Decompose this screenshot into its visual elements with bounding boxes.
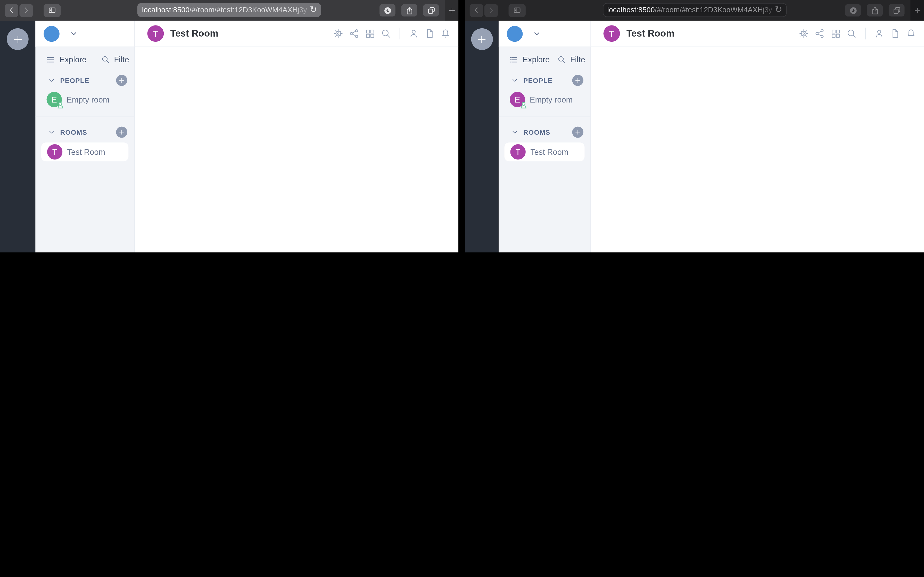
- room-list-item-test-room[interactable]: T Test Room: [504, 142, 585, 161]
- room-title: Test Room: [170, 28, 218, 39]
- room-avatar: T: [510, 144, 525, 160]
- room-avatar[interactable]: T: [147, 25, 164, 42]
- search-icon[interactable]: [846, 28, 857, 39]
- sidebar-icon: [48, 6, 57, 15]
- members-person-icon[interactable]: [874, 28, 885, 39]
- user-menu[interactable]: [36, 21, 134, 47]
- new-tab-button[interactable]: [910, 0, 924, 21]
- apps-grid-icon[interactable]: [365, 28, 375, 39]
- room-list-item-empty-room[interactable]: E Empty room: [499, 91, 591, 108]
- notifications-bell-icon[interactable]: [906, 28, 916, 39]
- sidebar-toggle-button[interactable]: [44, 4, 61, 17]
- space-panel: [0, 21, 36, 253]
- chevron-left-icon: [7, 6, 16, 15]
- search-icon[interactable]: [557, 55, 567, 64]
- room-name: Test Room: [67, 148, 105, 156]
- settings-gear-icon[interactable]: [333, 28, 343, 39]
- chevron-down-icon[interactable]: [48, 77, 55, 84]
- reload-icon[interactable]: ↻: [775, 4, 782, 15]
- downloads-button[interactable]: [845, 4, 861, 16]
- room-list-item-empty-room[interactable]: E Empty room: [36, 91, 134, 108]
- section-people[interactable]: PEOPLE: [499, 75, 591, 86]
- new-tab-button[interactable]: [445, 0, 459, 21]
- filter-field[interactable]: Filte: [570, 55, 585, 64]
- url-host: localhost:8500: [607, 6, 654, 14]
- back-button[interactable]: [470, 4, 483, 17]
- header-divider: [400, 27, 400, 39]
- explore-icon[interactable]: [45, 54, 55, 64]
- address-bar[interactable]: localhost:8500/#/room/#test:12D3KooWM4AX…: [137, 3, 321, 17]
- avatar-letter: T: [515, 147, 520, 156]
- section-people[interactable]: PEOPLE: [36, 75, 134, 86]
- files-document-icon[interactable]: [890, 28, 900, 39]
- share-button[interactable]: [401, 4, 417, 16]
- forward-button[interactable]: [19, 4, 33, 17]
- chevron-down-icon[interactable]: [69, 29, 78, 38]
- address-bar[interactable]: localhost:8500/#/room/#test:12D3KooWM4AX…: [603, 3, 786, 17]
- room-list: Explore Filte PEOPLE E Empty room: [36, 47, 134, 253]
- tab-overview-button[interactable]: [423, 4, 439, 16]
- add-people-button[interactable]: [116, 75, 127, 86]
- tabs-icon: [892, 6, 901, 15]
- plus-icon: [913, 6, 921, 15]
- section-rooms[interactable]: ROOMS: [36, 126, 134, 137]
- room-name: Empty room: [530, 95, 573, 104]
- explore-icon[interactable]: [509, 54, 519, 64]
- add-space-button[interactable]: [7, 28, 29, 50]
- room-name: Test Room: [530, 148, 568, 156]
- share-nodes-icon[interactable]: [814, 28, 825, 39]
- tabs-icon: [426, 6, 436, 15]
- explore-button[interactable]: Explore: [60, 55, 87, 64]
- chevron-down-icon[interactable]: [48, 129, 55, 135]
- explore-button[interactable]: Explore: [523, 55, 550, 64]
- apps-grid-icon[interactable]: [830, 28, 841, 39]
- url-text: localhost:8500/#/room/#test:12D3KooWM4AX…: [607, 6, 782, 14]
- plus-icon: [118, 129, 125, 135]
- browser-toolbar: localhost:8500/#/room/#test:12D3KooWM4AX…: [465, 0, 924, 21]
- chevron-down-icon[interactable]: [533, 29, 541, 38]
- plus-icon: [476, 33, 488, 45]
- message-timeline[interactable]: T expand @test:12D3KooWM4AXHj3yBX1wgHGik…: [135, 47, 459, 253]
- section-rooms[interactable]: ROOMS: [499, 126, 591, 137]
- url-host: localhost:8500: [142, 6, 189, 14]
- explore-filter-row: Explore Filte: [36, 53, 134, 65]
- room-header-actions: [333, 27, 451, 39]
- forward-button[interactable]: [485, 4, 498, 17]
- plus-icon: [12, 33, 24, 45]
- search-icon[interactable]: [381, 28, 391, 39]
- sidebar-toggle-button[interactable]: [509, 4, 526, 17]
- browser-window-right: localhost:8500/#/room/#test:12D3KooWM4AX…: [465, 0, 924, 253]
- notifications-bell-icon[interactable]: [440, 28, 451, 39]
- add-room-button[interactable]: [116, 126, 127, 137]
- user-avatar[interactable]: [44, 26, 60, 42]
- downloads-button[interactable]: [380, 4, 396, 16]
- add-people-button[interactable]: [572, 75, 583, 86]
- chevron-down-icon[interactable]: [512, 77, 518, 84]
- room-view: T Test Room: [135, 21, 459, 253]
- dm-person-badge-icon: [520, 101, 528, 109]
- reload-icon[interactable]: ↻: [310, 4, 317, 15]
- room-list-item-test-room[interactable]: T Test Room: [41, 142, 128, 161]
- files-document-icon[interactable]: [424, 28, 435, 39]
- chevron-right-icon: [487, 6, 496, 15]
- chevron-down-icon[interactable]: [512, 129, 518, 135]
- url-path: /#/room/#test:12D3KooWM4AXHj3y: [189, 6, 307, 14]
- search-icon[interactable]: [101, 55, 111, 64]
- add-room-button[interactable]: [572, 126, 583, 137]
- message-timeline[interactable]: T @test:12D3KooWQDujLAS2hpkFwmGKFZH1EyWh…: [591, 47, 924, 253]
- plus-icon: [118, 77, 125, 84]
- settings-gear-icon[interactable]: [798, 28, 809, 39]
- tab-overview-button[interactable]: [888, 4, 905, 16]
- desktop: localhost:8500/#/room/#test:12D3KooWM4AX…: [0, 0, 924, 253]
- filter-field[interactable]: Filte: [114, 55, 129, 64]
- section-label: ROOMS: [60, 129, 87, 135]
- share-button[interactable]: [867, 4, 883, 16]
- room-avatar[interactable]: T: [604, 25, 620, 42]
- dm-person-badge-icon: [57, 101, 64, 109]
- share-nodes-icon[interactable]: [349, 28, 359, 39]
- add-space-button[interactable]: [471, 28, 493, 50]
- members-person-icon[interactable]: [409, 28, 419, 39]
- user-avatar[interactable]: [507, 26, 523, 42]
- back-button[interactable]: [5, 4, 18, 17]
- user-menu[interactable]: [499, 21, 591, 47]
